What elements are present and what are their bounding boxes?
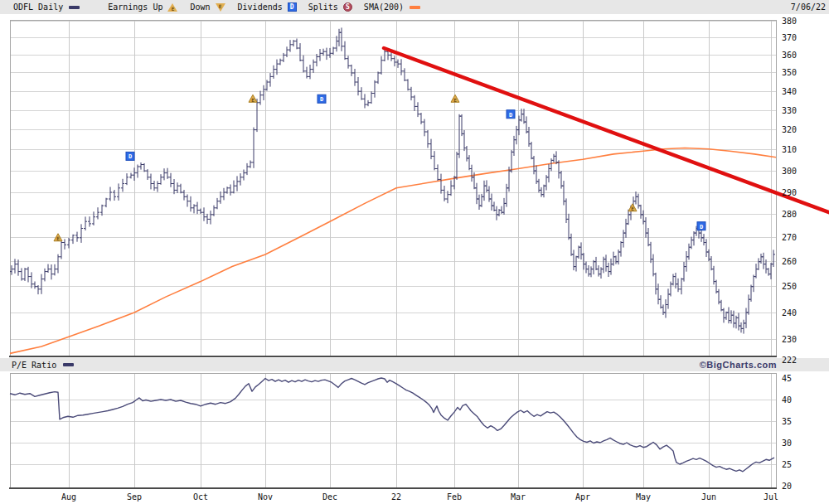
- event-markers: EEEEDDDD: [54, 94, 705, 241]
- month-label: May: [636, 492, 651, 502]
- svg-text:E: E: [453, 97, 457, 103]
- svg-text:D: D: [128, 153, 132, 160]
- pe-y-tick: 40: [782, 395, 792, 405]
- month-label: Dec: [322, 492, 337, 502]
- month-label: Jul: [764, 492, 778, 502]
- main-y-tick: 340: [782, 87, 797, 96]
- month-label: Mar: [511, 492, 526, 502]
- gridlines: [9, 20, 777, 488]
- main-y-tick: 320: [782, 125, 797, 134]
- main-y-tick: 260: [782, 257, 797, 266]
- month-label: Nov: [258, 492, 273, 502]
- main-y-tick: 240: [782, 308, 797, 317]
- month-label: Jun: [701, 492, 716, 502]
- svg-text:D: D: [700, 224, 703, 230]
- chart-canvas: EEEEDDDD38037036035034033032031030029028…: [0, 0, 829, 504]
- svg-text:E: E: [251, 97, 255, 103]
- main-y-tick: 290: [782, 188, 797, 197]
- pe-y-tick: 30: [782, 439, 792, 448]
- dividend-marker: D: [697, 222, 705, 230]
- pe-y-tick: 25: [782, 460, 792, 469]
- month-label: Oct: [193, 492, 208, 502]
- pe-y-tick: 35: [782, 417, 792, 426]
- main-y-tick: 330: [782, 106, 797, 115]
- bigcharts-stock-chart: ODFL Daily Earnings Up E Down E Dividend…: [0, 0, 829, 504]
- dividend-marker: D: [318, 94, 326, 103]
- svg-text:E: E: [631, 206, 634, 211]
- pe-ratio-line: [10, 378, 774, 472]
- main-y-tick: 280: [782, 210, 797, 219]
- dividend-marker: D: [126, 152, 134, 160]
- svg-text:D: D: [509, 112, 512, 119]
- earnings-up-marker: E: [249, 94, 257, 103]
- month-label: Aug: [61, 492, 76, 502]
- month-label: Sep: [127, 492, 142, 502]
- price-bars: [10, 27, 775, 333]
- month-label: 22: [391, 492, 401, 502]
- pe-y-tick: 20: [782, 482, 792, 491]
- main-y-tick: 250: [782, 282, 797, 291]
- pe-y-tick: 45: [782, 374, 792, 383]
- sma200-line: [10, 148, 776, 354]
- svg-text:E: E: [56, 235, 60, 241]
- main-y-tick: 370: [782, 33, 797, 42]
- earnings-up-marker: E: [451, 94, 459, 103]
- main-y-tick: 270: [782, 233, 797, 242]
- main-y-tick: 222: [782, 356, 797, 365]
- month-label: Apr: [575, 492, 590, 502]
- main-y-tick: 300: [782, 167, 797, 176]
- dividend-marker: D: [507, 110, 515, 119]
- svg-text:D: D: [320, 96, 323, 103]
- main-y-tick: 310: [782, 145, 797, 154]
- main-y-tick: 350: [782, 68, 797, 77]
- month-label: Feb: [447, 492, 462, 502]
- main-y-tick: 360: [782, 51, 797, 60]
- main-y-tick: 380: [782, 17, 797, 26]
- series: [10, 27, 829, 471]
- earnings-up-marker: E: [628, 204, 637, 212]
- main-y-tick: 230: [782, 335, 797, 344]
